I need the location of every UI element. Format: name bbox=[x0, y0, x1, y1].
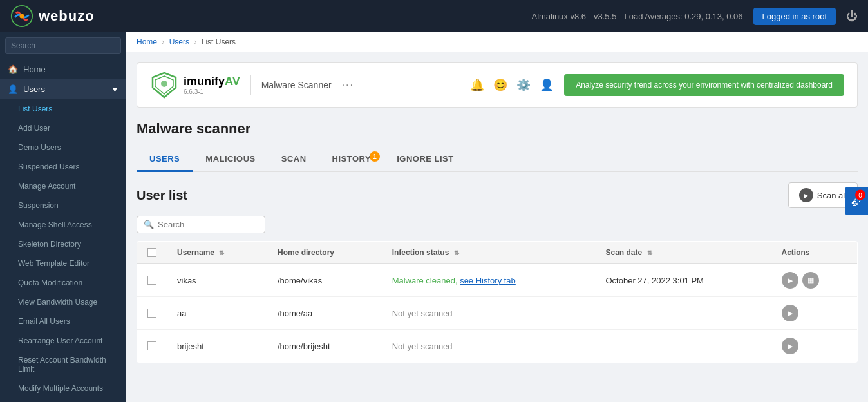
imunify-more-icon[interactable]: ··· bbox=[342, 79, 354, 91]
col-home-dir-label: Home directory bbox=[278, 248, 334, 257]
sidebar-item-plans[interactable]: 📋 Plans ▶ bbox=[0, 398, 126, 402]
logged-in-button[interactable]: Logged in as root bbox=[753, 8, 836, 25]
row-1-play-button[interactable]: ▶ bbox=[782, 272, 798, 289]
col-username: Username ⇅ bbox=[167, 242, 267, 264]
bell-icon[interactable]: 🔔 bbox=[470, 78, 484, 92]
logout-icon[interactable]: ⏻ bbox=[846, 10, 858, 23]
breadcrumb-sep-1: › bbox=[162, 37, 164, 46]
sidebar-item-quota[interactable]: Quota Modification bbox=[0, 273, 126, 292]
logo-text: webuzo bbox=[39, 8, 95, 24]
col-infection-status: Infection status ⇅ bbox=[382, 242, 596, 264]
sidebar-item-users[interactable]: 👤 Users ▼ bbox=[0, 79, 126, 99]
tab-users[interactable]: USERS bbox=[137, 148, 193, 172]
sidebar-item-reset-bandwidth[interactable]: Reset Account Bandwidth Limit bbox=[0, 350, 126, 379]
user-search-input[interactable] bbox=[158, 220, 258, 229]
user-circle-icon[interactable]: 😊 bbox=[493, 78, 507, 92]
infection-sort-icon[interactable]: ⇅ bbox=[454, 249, 459, 256]
sidebar-item-modify-multiple[interactable]: Modify Multiple Accounts bbox=[0, 379, 126, 398]
account-icon[interactable]: 👤 bbox=[540, 78, 554, 92]
tab-history[interactable]: HISTORY 1 bbox=[319, 148, 384, 171]
sidebar-item-suspended-users[interactable]: Suspended Users bbox=[0, 157, 126, 177]
row-3-checkbox[interactable] bbox=[147, 341, 156, 350]
col-checkbox bbox=[137, 242, 167, 264]
svg-point-4 bbox=[161, 81, 167, 87]
row-1-chart-button[interactable]: ▦ bbox=[802, 272, 819, 289]
col-username-label: Username bbox=[177, 248, 214, 257]
select-all-checkbox[interactable] bbox=[147, 248, 156, 257]
row-1-history-link[interactable]: see History tab bbox=[460, 276, 516, 285]
row-2-checkbox[interactable] bbox=[147, 309, 156, 318]
row-1-infection-status: Malware cleaned, see History tab bbox=[382, 264, 596, 297]
sidebar-label-suspended-users: Suspended Users bbox=[18, 162, 79, 171]
sidebar-label-modify-multiple: Modify Multiple Accounts bbox=[18, 384, 103, 393]
sidebar-item-skeleton-dir[interactable]: Skeleton Directory bbox=[0, 235, 126, 254]
col-scan-date: Scan date ⇅ bbox=[595, 242, 771, 264]
row-3-scan-date bbox=[595, 330, 771, 363]
sidebar-item-suspension[interactable]: Suspension bbox=[0, 196, 126, 215]
sidebar-search-input[interactable] bbox=[5, 37, 121, 54]
scan-date-sort-icon[interactable]: ⇅ bbox=[647, 249, 652, 256]
row-2-action-icons: ▶ bbox=[782, 305, 847, 321]
header: webuzo Almalinux v8.6 v3.5.5 Load Averag… bbox=[0, 0, 868, 32]
row-3-action-icons: ▶ bbox=[782, 338, 847, 354]
sidebar-label-manage-shell: Manage Shell Access bbox=[18, 220, 92, 229]
tab-ignore-list[interactable]: IGNORE LIST bbox=[384, 148, 467, 171]
sidebar-label-bandwidth: View Bandwidth Usage bbox=[18, 298, 97, 307]
sidebar-item-list-users[interactable]: List Users bbox=[0, 99, 126, 119]
row-2-infection-status: Not yet scanned bbox=[382, 297, 596, 330]
content-area: Home › Users › List Users imunifyAV bbox=[126, 32, 868, 402]
sidebar-item-home[interactable]: 🏠 Home bbox=[0, 59, 126, 79]
sidebar-item-rearrange[interactable]: Rearrange User Account bbox=[0, 331, 126, 350]
sidebar-item-email-users[interactable]: Email All Users bbox=[0, 312, 126, 331]
sidebar-item-manage-account[interactable]: Manage Account bbox=[0, 177, 126, 196]
col-actions: Actions bbox=[771, 242, 858, 264]
imunify-cta-button[interactable]: Analyze security trend across your envir… bbox=[564, 74, 844, 96]
settings-icon[interactable]: ⚙️ bbox=[516, 78, 531, 92]
scan-all-label: Scan all bbox=[817, 191, 847, 200]
username-sort-icon[interactable]: ⇅ bbox=[219, 249, 224, 256]
sidebar-label-home: Home bbox=[23, 64, 46, 74]
sidebar-item-demo-users[interactable]: Demo Users bbox=[0, 138, 126, 157]
row-1-checkbox[interactable] bbox=[147, 276, 156, 285]
support-badge: 0 bbox=[855, 190, 865, 200]
row-3-actions: ▶ bbox=[771, 330, 858, 363]
row-3-infection-status: Not yet scanned bbox=[382, 330, 596, 363]
support-widget[interactable]: 0 🗞 bbox=[845, 187, 868, 215]
imunify-name: imunifyAV bbox=[184, 75, 240, 88]
os-name: Almalinux v8.6 bbox=[531, 12, 586, 21]
sidebar-item-manage-shell[interactable]: Manage Shell Access bbox=[0, 215, 126, 235]
header-info: Almalinux v8.6 v3.5.5 Load Averages: 0.2… bbox=[531, 8, 858, 25]
imunify-version: 6.6.3-1 bbox=[184, 88, 240, 95]
sidebar-item-web-template[interactable]: Web Template Editor bbox=[0, 254, 126, 273]
user-table: Username ⇅ Home directory Infection stat… bbox=[137, 241, 858, 363]
history-badge: 1 bbox=[370, 151, 380, 162]
tab-scan[interactable]: SCAN bbox=[269, 148, 319, 171]
play-icon: ▶ bbox=[799, 188, 813, 202]
tab-malicious[interactable]: MALICIOUS bbox=[193, 148, 268, 171]
row-2-play-button[interactable]: ▶ bbox=[782, 305, 798, 321]
sidebar-item-bandwidth[interactable]: View Bandwidth Usage bbox=[0, 292, 126, 312]
col-infection-label: Infection status bbox=[392, 248, 449, 257]
user-search-box: 🔍 bbox=[137, 216, 265, 233]
sidebar-label-reset-bandwidth: Reset Account Bandwidth Limit bbox=[18, 356, 118, 374]
users-icon: 👤 bbox=[8, 84, 18, 94]
row-1-home-dir: /home/vikas bbox=[267, 264, 382, 297]
sidebar-search-area bbox=[0, 32, 126, 59]
sidebar-label-skeleton-dir: Skeleton Directory bbox=[18, 240, 81, 249]
sidebar-label-add-user: Add User bbox=[18, 124, 50, 133]
sidebar-label-quota: Quota Modification bbox=[18, 278, 82, 287]
imunify-action-icons: 🔔 😊 ⚙️ 👤 bbox=[470, 78, 554, 92]
row-1-scan-date: October 27, 2022 3:01 PM bbox=[595, 264, 771, 297]
breadcrumb-home[interactable]: Home bbox=[137, 37, 157, 46]
sidebar-item-add-user[interactable]: Add User bbox=[0, 119, 126, 138]
row-1-username: vikas bbox=[167, 264, 267, 297]
imunify-logo-icon bbox=[150, 71, 178, 99]
row-3-status-text: Not yet scanned bbox=[392, 341, 453, 351]
col-home-dir: Home directory bbox=[267, 242, 382, 264]
breadcrumb-users[interactable]: Users bbox=[169, 37, 189, 46]
imunify-divider bbox=[250, 75, 251, 95]
col-scan-date-label: Scan date bbox=[605, 248, 642, 257]
imunify-av: AV bbox=[225, 75, 240, 88]
malware-tabs: USERS MALICIOUS SCAN HISTORY 1 IGNORE LI… bbox=[137, 148, 858, 172]
row-3-play-button[interactable]: ▶ bbox=[782, 338, 798, 354]
